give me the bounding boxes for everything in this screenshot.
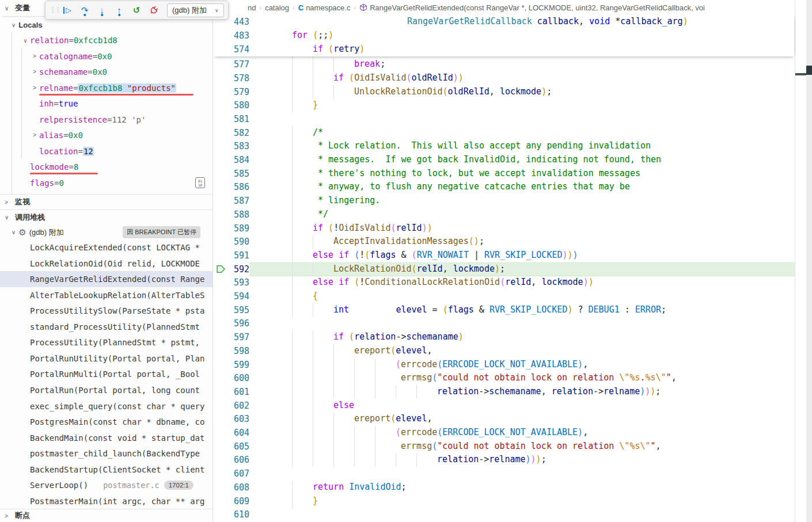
callstack-frame-selected[interactable]: RangeVarGetRelidExtended(const Range [0,271,213,287]
callstack-frame[interactable]: PostgresMain(const char * dbname, co [0,414,213,430]
variable-row-flags[interactable]: flags = 00110 [0,175,213,191]
callstack-frame[interactable]: BackendStartup(ClientSocket * client [0,462,213,478]
code-line-609[interactable]: 609} [214,494,812,508]
code-line-591[interactable]: 591else if (!(flags & (RVR_NOWAIT | RVR_… [214,249,812,262]
watch-section-header[interactable]: ˃ 监视 [0,194,213,209]
code-line-593[interactable]: 593else if (!ConditionalLockRelationOid(… [214,276,812,289]
chevron-right-icon[interactable]: ˃ [30,132,39,139]
chevron-down-icon[interactable]: ∨ [21,37,30,44]
chevron-right-icon[interactable]: ˃ [30,85,39,92]
breakpoints-section-header[interactable]: ˃ 断点 [0,509,213,522]
code-line-603[interactable]: 603ereport(elevel, [214,412,812,426]
indent-guide [292,358,293,372]
code-line-590[interactable]: 590AcceptInvalidationMessages(); [214,235,812,249]
variable-row-relpersistence[interactable]: relpersistence = 112 'p' [0,112,213,128]
code-line-583[interactable]: 583 * Lock relation. This will also acce… [214,139,812,153]
code-line-579[interactable]: 579UnlockRelationOid(oldRelId, lockmode)… [214,85,812,99]
code-line-585[interactable]: 585 * there's nothing to lock, but we ac… [214,167,812,181]
code-line-597[interactable]: 597if (relation->schemaname) [214,330,812,344]
sticky-line-574[interactable]: 574if (retry) [214,43,794,56]
code-area[interactable]: 576if (relId == oldRelId)577break;578if … [214,0,812,522]
code-line-584[interactable]: 584 * messages. If we got back InvalidOi… [214,153,812,167]
code-line-589[interactable]: 589if (!OidIsValid(relId)) [214,222,812,235]
code-line-605[interactable]: 605 errmsg("could not obtain lock on rel… [214,440,812,454]
sticky-line-483[interactable]: 483for (;;) [214,29,794,43]
code-editor: nd›catalog›Cnamespace.c›RangeVarGetRelid… [214,0,812,522]
callstack-frame[interactable]: exec_simple_query(const char * query [0,398,213,414]
drag-grip-icon[interactable]: ⋮⋮ [50,6,58,14]
scrollbar-thumb[interactable] [806,66,812,75]
step-into-button[interactable]: ↓ [94,3,109,18]
callstack-frame[interactable]: PortalRun(Portal portal, long count [0,382,213,398]
code-line-592[interactable]: 592LockRelationOid(relId, lockmode); [214,262,812,276]
code-line-601[interactable]: 601relation->schemaname, relation->relna… [214,385,812,399]
callstack-frame[interactable]: ProcessUtility(PlannedStmt * pstmt, [0,334,213,350]
indent-guide [375,358,375,372]
editor-scrollbar[interactable] [806,0,812,522]
code-line-600[interactable]: 600 errmsg("could not obtain lock on rel… [214,371,812,385]
code-line-607[interactable]: 607 [214,467,812,481]
code-line-595[interactable]: 595int elevel = (flags & RVR_SKIP_LOCKED… [214,303,812,317]
callstack-frame[interactable]: PortalRunUtility(Portal portal, Plan [0,350,213,367]
callstack-frame[interactable]: PostmasterMain(int argc, char ** arg [0,493,213,508]
disconnect-button[interactable] [146,3,161,18]
callstack-frame[interactable]: ServerLoop()postmaster.c1702:1 [0,477,213,493]
debug-toolbar: ⋮⋮ ▷ ↷ ↓ ↑ ↺ (gdb) 附加 ∨ [45,1,229,20]
variable-value: 0 [59,178,64,188]
code-line-606[interactable]: 606relation->relname))); [214,453,812,467]
code-line-578[interactable]: 578if (OidIsValid(oldRelId)) [214,71,812,85]
callstack-frame[interactable]: PortalRunMulti(Portal portal, _Bool [0,366,213,382]
code-line-588[interactable]: 588 */ [214,208,812,222]
step-over-button[interactable]: ↷ [77,3,92,18]
binary-view-icon[interactable]: 0110 [195,177,205,188]
callstack-frame[interactable]: BackendMain(const void * startup_dat [0,430,213,446]
callstack-frame[interactable]: AlterTableLookupRelation(AlterTableS [0,287,213,303]
variable-row-location[interactable]: location = 12 [0,143,213,159]
continue-button[interactable]: ▷ [60,3,75,18]
code-line-599[interactable]: 599(errcode(ERRCODE_LOCK_NOT_AVAILABLE), [214,358,812,372]
callstack-section-header[interactable]: ∨ 调用堆栈 [0,209,213,224]
variable-value: true [59,99,78,108]
chevron-down-icon: ∨ [5,214,12,220]
restart-button[interactable]: ↺ [129,3,144,18]
callstack-frame[interactable]: LockRelationOid(Oid relid, LOCKMODE [0,256,213,272]
code-line-586[interactable]: 586 * anyway, to flush any negative catc… [214,180,812,194]
indent-guide [292,481,293,494]
debug-configuration-dropdown[interactable]: (gdb) 附加 ∨ [167,3,224,17]
callstack-frame[interactable]: ProcessUtilitySlow(ParseState * psta [0,303,213,319]
variable-row-catalogname[interactable]: ˃catalogname = 0x0 [0,48,213,64]
code-line-587[interactable]: 587 * lingering. [214,194,812,208]
code-text: int elevel = (flags & RVR_SKIP_LOCKED) ?… [333,303,666,317]
code-text: if (retry) [313,43,365,56]
frame-label: LockRelationOid(Oid relid, LOCKMODE [30,259,200,268]
sticky-line-443[interactable]: 443RangeVarGetRelidCallback callback, vo… [214,15,794,29]
code-line-610[interactable]: 610 [214,508,812,521]
code-line-604[interactable]: 604(errcode(ERRCODE_LOCK_NOT_AVAILABLE), [214,426,812,440]
code-line-582[interactable]: 582/* [214,126,812,140]
code-line-594[interactable]: 594{ [214,289,812,303]
callstack-frame[interactable]: LockAcquireExtended(const LOCKTAG * [0,239,213,256]
chevron-right-icon[interactable]: ˃ [30,53,39,60]
code-line-598[interactable]: 598ereport(elevel, [214,344,812,358]
step-out-button[interactable]: ↑ [112,3,127,18]
variable-row-relname[interactable]: ˃relname = 0xfccb1b8 "products" [0,80,213,96]
debug-session-row[interactable]: ∨ ⚙ (gdb) 附加 因 BREAKPOINT 已暂停 [0,224,213,240]
chevron-right-icon[interactable]: ˃ [30,68,39,75]
callstack-frame[interactable]: postmaster_child_launch(BackendType [0,445,213,462]
variable-row-alias[interactable]: ˃alias = 0x0 [0,127,213,143]
variable-row-lockmode[interactable]: lockmode = 8 [0,159,213,175]
indent-guide [313,371,313,385]
code-line-608[interactable]: 608return InvalidOid; [214,481,812,494]
variable-row-inh[interactable]: inh = true [0,96,213,112]
callstack-frame[interactable]: standard_ProcessUtility(PlannedStmt [0,319,213,335]
code-line-602[interactable]: 602else [214,399,812,413]
variable-row-relation[interactable]: ∨relation = 0xfccb1d8 [0,32,213,48]
code-line-580[interactable]: 580} [214,98,812,112]
code-line-577[interactable]: 577break; [214,58,812,71]
frame-label: PostgresMain(const char * dbname, co [30,417,204,426]
code-line-596[interactable]: 596 [214,317,812,330]
indent-guide [313,58,313,71]
variable-row-schemaname[interactable]: ˃schemaname = 0x0 [0,64,213,80]
code-line-581[interactable]: 581 [214,112,812,126]
indent-guide [396,385,396,399]
